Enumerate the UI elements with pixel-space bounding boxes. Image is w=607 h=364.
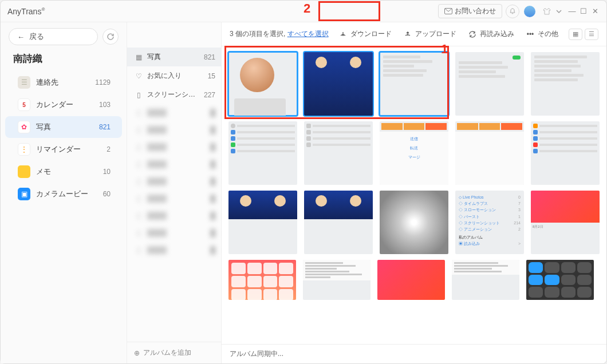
sync-status: アルバム同期中... xyxy=(230,349,283,359)
sidebar-item-videos[interactable]: ▣ カメラムービー 60 xyxy=(5,183,122,205)
phone-icon: ▯ xyxy=(134,91,143,99)
album-item-screenshots[interactable]: ▯ スクリーンショ... 227 xyxy=(127,85,221,104)
photo-thumb[interactable] xyxy=(304,52,373,116)
album-count: 15 xyxy=(208,72,215,80)
app-title: AnyTrans® xyxy=(7,7,45,16)
nav-label: カレンダー xyxy=(36,100,99,110)
grid-icon: ▦ xyxy=(134,53,143,61)
album-count: 821 xyxy=(204,53,215,61)
toolbar: 3 個の項目を選択, すべてを選択 ダウンロード アップロード 再読み込み xyxy=(222,22,606,46)
album-label: スクリーンショ... xyxy=(147,90,200,100)
photo-thumb[interactable] xyxy=(455,52,524,116)
nav-count: 1129 xyxy=(95,78,111,86)
user-avatar[interactable] xyxy=(523,5,537,18)
album-label: 写真 xyxy=(147,52,200,62)
photo-area: 3 個の項目を選択, すべてを選択 ダウンロード アップロード 再読み込み xyxy=(222,22,606,363)
titlebar: AnyTrans® お問い合わせ — ☐ ✕ xyxy=(1,1,606,22)
chevron-down-icon[interactable] xyxy=(556,10,565,13)
photo-thumb[interactable] xyxy=(304,121,373,185)
device-name: 南詩織 xyxy=(1,52,127,71)
reload-label: 再読み込み xyxy=(480,29,514,39)
download-label: ダウンロード xyxy=(350,29,392,39)
mail-icon xyxy=(444,8,452,14)
nav-count: 821 xyxy=(99,123,111,131)
photo-thumb[interactable] xyxy=(377,260,445,300)
photo-thumb[interactable] xyxy=(304,191,373,254)
sidebar-item-photos[interactable]: ✿ 写真 821 xyxy=(5,116,122,138)
calendar-icon: 5 xyxy=(22,102,26,108)
download-button[interactable]: ダウンロード xyxy=(334,27,396,41)
sidebar-item-reminders[interactable]: ⋮ リマインダー 2 xyxy=(5,139,122,160)
photo-thumb[interactable] xyxy=(228,121,297,185)
photo-thumb[interactable] xyxy=(228,191,297,254)
close-button[interactable]: ✕ xyxy=(590,7,600,15)
photo-thumb[interactable]: ◇ Live Photos0 ◇ タイムラプス7 ◇ スローモーション3 ◇ バ… xyxy=(455,191,524,254)
nav-count: 103 xyxy=(99,101,111,109)
plus-icon: ⊕ xyxy=(134,349,140,357)
photo-thumb[interactable] xyxy=(303,260,370,300)
bell-icon[interactable] xyxy=(506,5,519,18)
grid-view-button[interactable]: ▦ xyxy=(569,29,582,40)
back-button[interactable]: ← 戻る xyxy=(9,28,98,45)
arrow-left-icon: ← xyxy=(17,33,25,41)
app-window: AnyTrans® お問い合わせ — ☐ ✕ ← 戻る xyxy=(0,0,607,364)
album-column: ▦ 写真 821 ♡ お気に入り 15 ▯ スクリーンショ... 227 xyxy=(127,22,222,363)
add-album-label: アルバムを追加 xyxy=(143,348,191,358)
photo-thumb[interactable] xyxy=(452,260,519,300)
album-label: お気に入り xyxy=(147,71,204,81)
photo-thumb[interactable] xyxy=(380,191,448,254)
photo-grid[interactable]: 送信転送マージ ◇ Live Photos0 ◇ タイムラプス7 ◇ スローモー… xyxy=(222,46,606,344)
contact-label: お問い合わせ xyxy=(455,6,496,16)
status-bar: アルバム同期中... xyxy=(222,344,606,363)
upload-label: アップロード xyxy=(415,29,456,39)
photo-thumb[interactable]: 送信転送マージ xyxy=(380,121,448,185)
selection-info: 3 個の項目を選択, すべてを選択 xyxy=(230,29,329,39)
nav-label: カメラムービー xyxy=(36,189,103,199)
sidebar-item-calendar[interactable]: 5 カレンダー 103 xyxy=(5,94,122,116)
photo-thumb[interactable]: 8月2日 xyxy=(531,191,600,254)
photo-thumb[interactable] xyxy=(531,121,600,185)
nav-label: リマインダー xyxy=(36,144,107,155)
select-all-link[interactable]: すべてを選択 xyxy=(287,30,329,38)
reload-button[interactable]: 再読み込み xyxy=(463,27,519,41)
sidebar: ← 戻る 南詩織 ☰ 連絡先 1129 5 カレンダー 103 xyxy=(1,22,127,363)
nav-count: 2 xyxy=(107,145,111,153)
photo-thumb[interactable] xyxy=(380,52,448,116)
reminders-icon: ⋮ xyxy=(21,145,27,153)
photo-thumb[interactable] xyxy=(228,260,296,300)
sidebar-nav: ☰ 連絡先 1129 5 カレンダー 103 ✿ 写真 821 ⋮ リマインダー xyxy=(1,71,127,363)
album-item-favorites[interactable]: ♡ お気に入り 15 xyxy=(127,66,221,85)
refresh-button[interactable] xyxy=(103,29,119,45)
sidebar-item-notes[interactable]: メモ 10 xyxy=(5,161,122,183)
nav-label: 写真 xyxy=(36,122,99,132)
minimize-button[interactable]: — xyxy=(567,7,577,15)
download-icon xyxy=(338,30,348,39)
album-item-photos[interactable]: ▦ 写真 821 xyxy=(127,48,221,66)
add-album-button[interactable]: ⊕ アルバムを追加 xyxy=(127,342,221,363)
back-label: 戻る xyxy=(29,31,44,42)
contacts-icon: ☰ xyxy=(21,78,27,86)
heart-icon: ♡ xyxy=(134,72,143,80)
photo-thumb[interactable] xyxy=(228,52,297,116)
nav-label: メモ xyxy=(36,167,103,177)
theme-icon[interactable] xyxy=(540,5,554,18)
sidebar-item-contacts[interactable]: ☰ 連絡先 1129 xyxy=(5,72,122,93)
upload-icon xyxy=(403,30,412,39)
upload-button[interactable]: アップロード xyxy=(399,27,461,41)
contact-button[interactable]: お問い合わせ xyxy=(438,4,502,18)
content: ▦ 写真 821 ♡ お気に入り 15 ▯ スクリーンショ... 227 xyxy=(127,22,606,363)
nav-count: 60 xyxy=(103,190,111,198)
reload-icon xyxy=(468,30,477,39)
nav-label: 連絡先 xyxy=(36,77,95,88)
album-count: 227 xyxy=(204,91,215,99)
more-button[interactable]: ••• その他 xyxy=(521,27,563,41)
list-view-button[interactable]: ☰ xyxy=(585,29,598,40)
photos-icon: ✿ xyxy=(21,123,27,131)
photo-thumb[interactable] xyxy=(526,260,594,300)
nav-count: 10 xyxy=(103,168,111,176)
photo-thumb[interactable] xyxy=(455,121,524,185)
maximize-button[interactable]: ☐ xyxy=(579,7,588,15)
photo-thumb[interactable] xyxy=(531,52,600,116)
more-icon: ••• xyxy=(526,30,535,39)
more-label: その他 xyxy=(538,29,558,39)
